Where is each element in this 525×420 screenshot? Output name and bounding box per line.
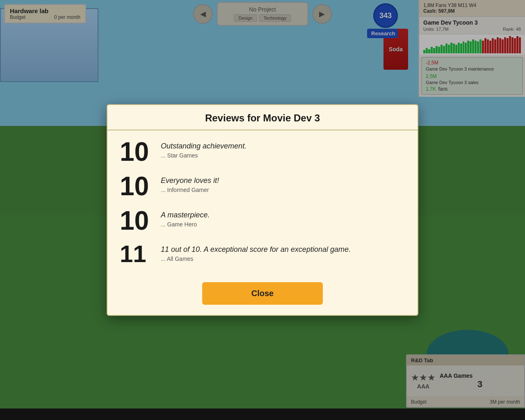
review-text: A masterpiece. — [161, 211, 210, 219]
review-content: Everyone loves it!... Informed Gamer — [161, 173, 219, 193]
modal-footer: Close — [107, 274, 418, 315]
review-text: 11 out of 10. A exceptional score for an… — [161, 245, 351, 254]
review-content: A masterpiece.... Game Hero — [161, 208, 210, 228]
review-score: 10 — [120, 139, 153, 165]
review-source: ... Informed Gamer — [161, 187, 219, 193]
review-content: 11 out of 10. A exceptional score for an… — [161, 242, 351, 262]
close-button[interactable]: Close — [202, 282, 323, 305]
modal-overlay: Reviews for Movie Dev 3 10Outstanding ac… — [0, 0, 525, 420]
review-score: 11 — [120, 242, 153, 266]
review-source: ... All Games — [161, 256, 351, 262]
review-content: Outstanding achievement.... Star Games — [161, 139, 247, 159]
review-source: ... Game Hero — [161, 221, 210, 228]
review-row: 1111 out of 10. A exceptional score for … — [120, 242, 405, 266]
review-score: 10 — [120, 173, 153, 199]
review-score: 10 — [120, 208, 153, 234]
review-source: ... Star Games — [161, 152, 247, 159]
reviews-modal: Reviews for Movie Dev 3 10Outstanding ac… — [107, 104, 418, 316]
review-row: 10A masterpiece.... Game Hero — [120, 208, 405, 234]
modal-body: 10Outstanding achievement.... Star Games… — [107, 130, 418, 274]
review-text: Everyone loves it! — [161, 176, 219, 185]
modal-title: Reviews for Movie Dev 3 — [117, 112, 408, 124]
review-row: 10Everyone loves it!... Informed Gamer — [120, 173, 405, 199]
review-text: Outstanding achievement. — [161, 142, 247, 151]
review-row: 10Outstanding achievement.... Star Games — [120, 139, 405, 165]
modal-header: Reviews for Movie Dev 3 — [107, 105, 418, 130]
